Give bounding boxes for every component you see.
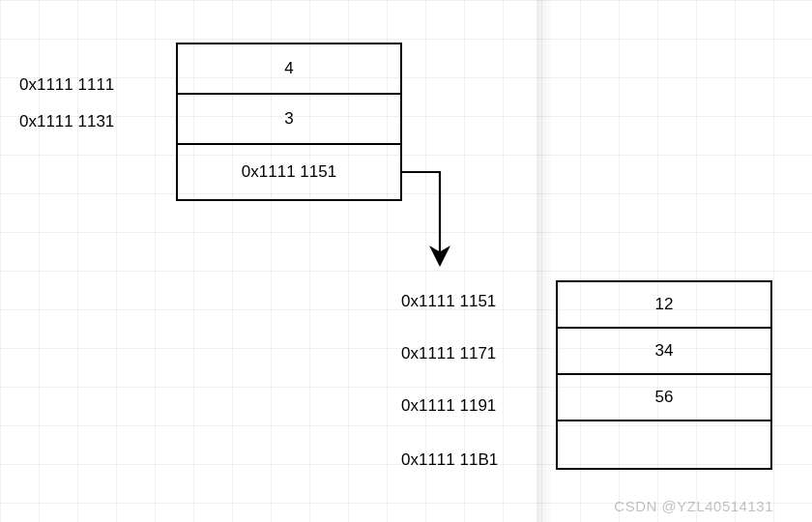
watermark-text: CSDN @YZL40514131 bbox=[614, 498, 773, 514]
pointer-arrow bbox=[0, 0, 812, 522]
diagram-stage: 0x1111 1111 0x1111 1131 4 3 0x1111 1151 … bbox=[0, 0, 812, 522]
